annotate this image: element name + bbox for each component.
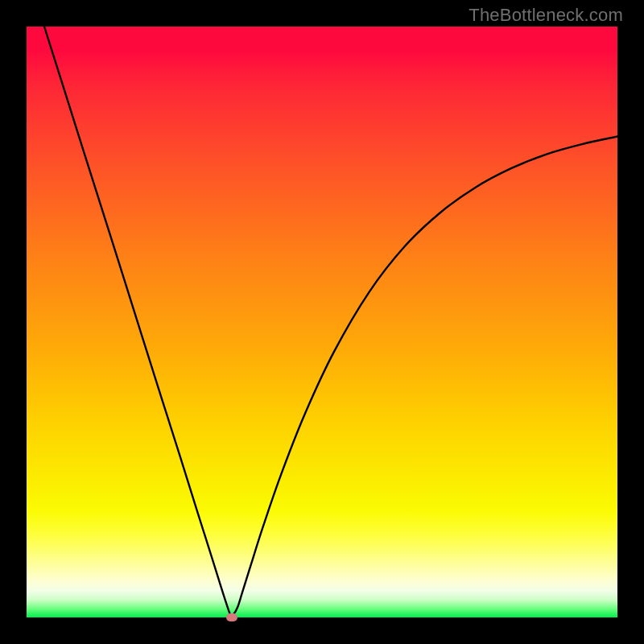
watermark-text: TheBottleneck.com xyxy=(469,5,623,26)
bottleneck-curve xyxy=(44,27,617,615)
minimum-marker xyxy=(226,613,237,621)
curve-svg xyxy=(27,27,617,617)
chart-frame: TheBottleneck.com xyxy=(0,0,644,644)
plot-area xyxy=(27,27,617,617)
